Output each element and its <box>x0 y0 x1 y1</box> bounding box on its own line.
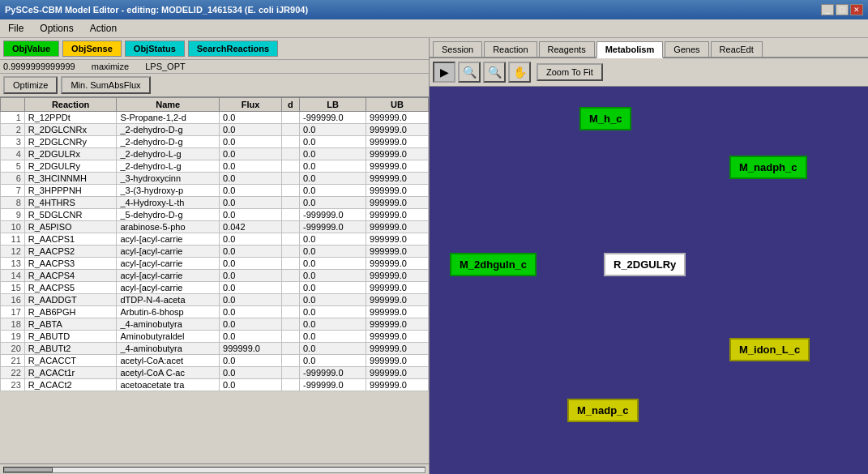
canvas-node-M_nadp_c[interactable]: M_nadp_c <box>567 399 639 422</box>
col-reaction[interactable]: Reaction <box>24 98 117 112</box>
table-row: 23 <box>1 379 25 391</box>
tab-metabolism[interactable]: Metabolism <box>596 41 664 58</box>
canvas-node-R_2DGULRy[interactable]: R_2DGULRy <box>604 253 686 276</box>
menu-action[interactable]: Action <box>85 21 122 36</box>
table-row: 21 <box>1 355 25 367</box>
menu-options[interactable]: Options <box>35 21 78 36</box>
canvas-node-M_idon_L_c[interactable]: M_idon_L_c <box>729 338 810 361</box>
table-row: 16 <box>1 294 25 306</box>
tab-reaction[interactable]: Reaction <box>484 41 537 57</box>
tab-reacedt[interactable]: ReacEdt <box>711 41 763 57</box>
menu-bar: File Options Action <box>0 19 868 38</box>
title-bar: PySCeS-CBM Model Editor - editing: MODEL… <box>0 0 868 19</box>
table-row: 14 <box>1 270 25 282</box>
maximize-button[interactable]: □ <box>836 4 849 15</box>
search-reactions-button[interactable]: SearchReactions <box>188 41 278 57</box>
right-panel: Session Reaction Reagents Metabolism Gen… <box>430 38 868 474</box>
table-row: 4 <box>1 148 25 160</box>
table-scroll[interactable]: Reaction Name Flux d LB UB 1 R_12PPDt S-… <box>0 97 429 463</box>
obj-toolbar: ObjValue ObjSense ObjStatus SearchReacti… <box>0 38 429 60</box>
zoom-to-fit-button[interactable]: Zoom To Fit <box>537 63 603 81</box>
obj-status-button[interactable]: ObjStatus <box>125 41 185 57</box>
table-row: 11 <box>1 233 25 246</box>
table-row: 3 <box>1 136 25 148</box>
canvas-node-M_2dhguln_c[interactable]: M_2dhguln_c <box>450 253 537 276</box>
menu-file[interactable]: File <box>3 21 28 36</box>
col-lb[interactable]: LB <box>300 98 366 112</box>
table-row: 8 <box>1 197 25 209</box>
info-row: 0.9999999999999 maximize LPS_OPT <box>0 60 429 74</box>
zoom-in-button[interactable]: 🔍 <box>458 62 481 83</box>
col-d[interactable]: d <box>281 98 299 112</box>
window-controls[interactable]: _ □ ✕ <box>821 4 863 15</box>
obj-sense-button[interactable]: ObjSense <box>62 41 122 57</box>
table-row: 17 <box>1 306 25 318</box>
col-name[interactable]: Name <box>117 98 220 112</box>
table-row: 12 <box>1 246 25 258</box>
tab-reagents[interactable]: Reagents <box>539 41 595 57</box>
col-num <box>1 98 25 112</box>
canvas-area[interactable]: M_h_cM_nadph_cM_2dhguln_cR_2DGULRyM_idon… <box>430 87 868 474</box>
scrollbar-thumb[interactable] <box>4 468 53 472</box>
zoom-out-button[interactable]: 🔍 <box>483 62 506 83</box>
horizontal-scrollbar[interactable] <box>0 463 429 474</box>
scrollbar-track[interactable] <box>3 467 425 473</box>
tab-session[interactable]: Session <box>433 41 482 57</box>
table-row: 19 <box>1 331 25 343</box>
obj-value-button[interactable]: ObjValue <box>3 41 59 57</box>
table-row: 18 <box>1 318 25 331</box>
col-ub[interactable]: UB <box>366 98 429 112</box>
table-row: 15 <box>1 282 25 294</box>
left-panel: ObjValue ObjSense ObjStatus SearchReacti… <box>0 38 430 474</box>
table-row: 22 <box>1 367 25 379</box>
optimize-button[interactable]: Optimize <box>3 76 58 94</box>
col-flux[interactable]: Flux <box>220 98 282 112</box>
canvas-toolbar: ▶ 🔍 🔍 ✋ Zoom To Fit <box>430 58 868 87</box>
minimize-button[interactable]: _ <box>821 4 834 15</box>
obj-value-display: 0.9999999999999 <box>3 62 75 71</box>
tab-genes[interactable]: Genes <box>665 41 708 57</box>
table-row: 13 <box>1 258 25 270</box>
table-row: 5 <box>1 160 25 173</box>
table-row: 20 <box>1 343 25 355</box>
window-title: PySCeS-CBM Model Editor - editing: MODEL… <box>5 5 308 15</box>
select-tool-button[interactable]: ▶ <box>433 62 455 83</box>
table-row: 6 <box>1 173 25 185</box>
table-row: 9 <box>1 209 25 221</box>
action-row: Optimize Min. SumAbsFlux <box>0 74 429 97</box>
canvas-node-M_nadph_c[interactable]: M_nadph_c <box>729 156 807 179</box>
pan-tool-button[interactable]: ✋ <box>508 62 531 83</box>
main-content: ObjValue ObjSense ObjStatus SearchReacti… <box>0 38 868 474</box>
tabs-row: Session Reaction Reagents Metabolism Gen… <box>430 38 868 58</box>
reaction-table-container: Reaction Name Flux d LB UB 1 R_12PPDt S-… <box>0 97 429 463</box>
obj-status-display: LPS_OPT <box>145 62 186 71</box>
canvas-node-M_h_c[interactable]: M_h_c <box>579 107 631 130</box>
close-button[interactable]: ✕ <box>850 4 863 15</box>
table-row: 2 <box>1 124 25 136</box>
table-row: 1 <box>1 112 25 124</box>
table-row: 10 <box>1 221 25 233</box>
reaction-table: Reaction Name Flux d LB UB 1 R_12PPDt S-… <box>0 97 429 391</box>
min-sum-button[interactable]: Min. SumAbsFlux <box>61 76 150 94</box>
obj-sense-display: maximize <box>92 62 129 71</box>
table-row: 7 <box>1 185 25 197</box>
